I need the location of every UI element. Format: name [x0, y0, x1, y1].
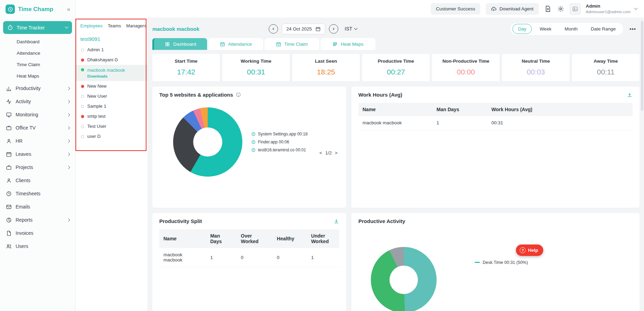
user-menu-chevron-icon[interactable]: [634, 7, 638, 10]
user-name: Admin: [586, 3, 630, 9]
employee-row[interactable]: Dhakshayani G: [75, 55, 147, 65]
sidebar-subitem-heat-maps[interactable]: Heat Maps: [0, 70, 75, 82]
app-root: Time Champ « Time Tracker Dashboard Atte…: [0, 0, 644, 311]
range-month[interactable]: Month: [559, 24, 583, 34]
range-day[interactable]: Day: [512, 24, 532, 34]
download-icon[interactable]: [333, 218, 339, 224]
tab-time-claim[interactable]: Time Claim: [265, 38, 319, 50]
tab-teams[interactable]: Teams: [108, 23, 121, 28]
column-header[interactable]: Healthy: [273, 229, 307, 248]
app-title: Time Champ: [18, 6, 63, 13]
avatar[interactable]: [570, 4, 580, 14]
employee-row-selected[interactable]: macbook macbook Downloads: [75, 65, 147, 81]
settings-gear-icon[interactable]: [557, 5, 564, 12]
sidebar-collapse-button[interactable]: «: [66, 6, 72, 13]
pulse-icon: [6, 99, 12, 105]
scrollbar-thumb[interactable]: [641, 21, 643, 111]
tv-icon: [6, 125, 12, 131]
chevron-right-icon: [67, 218, 70, 222]
chevron-right-icon: [67, 113, 70, 116]
sidebar-subitem-dashboard[interactable]: Dashboard: [0, 36, 75, 47]
sidebar-item-leaves[interactable]: Leaves: [0, 148, 75, 161]
sidebar-subitem-time-claim[interactable]: Time Claim: [0, 59, 75, 70]
user-email: Adminuser1@admin.com: [586, 9, 630, 14]
legend-item: Finder.app 00:06: [251, 140, 307, 144]
sidebar-item-monitoring[interactable]: Monitoring: [0, 108, 75, 121]
employee-row[interactable]: Test User: [75, 121, 147, 131]
sidebar-item-clients[interactable]: Clients: [0, 174, 75, 187]
more-options-button[interactable]: •••: [629, 26, 636, 32]
chevron-down-icon: [354, 26, 358, 30]
tab-dashboard[interactable]: Dashboard: [152, 38, 207, 50]
download-agent-button[interactable]: Download Agent: [486, 3, 538, 15]
pager-label: 1/2: [325, 150, 332, 156]
range-week[interactable]: Week: [534, 24, 557, 34]
legend-dash-icon: [475, 262, 480, 263]
status-dot: [81, 59, 84, 62]
pager-next-button[interactable]: >: [335, 150, 338, 156]
customer-success-button[interactable]: Customer Success: [431, 3, 480, 15]
column-header[interactable]: Under Worked: [307, 229, 339, 248]
prev-date-button[interactable]: [269, 24, 278, 34]
employee-row[interactable]: New New: [75, 81, 147, 91]
date-picker[interactable]: 24 Oct 2025: [282, 24, 325, 34]
clock-icon: [6, 191, 12, 197]
productive-activity-card: Productive Activity Desk Time 00:31 (50%…: [351, 213, 639, 311]
column-header[interactable]: Man Days: [206, 229, 236, 248]
sidebar-item-office-tv[interactable]: Office TV: [0, 121, 75, 134]
document-icon[interactable]: [544, 5, 552, 12]
cell-work-hours: 00:31: [487, 116, 633, 130]
cell-man-days: 1: [206, 248, 236, 267]
employee-group-name[interactable]: test9091: [75, 32, 147, 45]
bar-chart-icon: [6, 86, 12, 91]
stat-start-time: Start Time 17:42: [152, 54, 220, 81]
cell-over-worked: 0: [237, 248, 273, 267]
sidebar-subitem-attendance[interactable]: Attendance: [0, 47, 75, 59]
sidebar-item-projects[interactable]: Projects: [0, 161, 75, 174]
sidebar-item-timesheets[interactable]: Timesheets: [0, 187, 75, 200]
sidebar-item-time-tracker[interactable]: Time Tracker: [3, 21, 72, 34]
sidebar-item-activity[interactable]: Activity: [0, 95, 75, 108]
sidebar-item-emails[interactable]: Emails: [0, 200, 75, 213]
tab-employees[interactable]: Employees: [80, 23, 102, 28]
app-logo-icon: [6, 5, 15, 14]
envelope-icon: [6, 204, 12, 210]
employee-row[interactable]: smtp test: [75, 111, 147, 121]
table-row[interactable]: macbook macbook 1 00:31: [358, 116, 633, 130]
sidebar-item-invoices[interactable]: Invoices: [0, 226, 75, 240]
sidebar-item-productivity[interactable]: Productivity: [0, 82, 75, 95]
employee-row[interactable]: Admin 1: [75, 45, 147, 55]
stat-neutral-time: Neutral Time 00:03: [502, 54, 570, 81]
help-label: Help: [528, 248, 538, 253]
legend-item: test816.teramind.co 00:01: [251, 148, 307, 152]
tab-managers[interactable]: Managers: [126, 23, 146, 28]
range-date-range[interactable]: Date Range: [585, 24, 621, 34]
productivity-split-card: Productivity Split Name Man Days Over Wo…: [152, 213, 346, 311]
page-title: macbook macbook: [152, 26, 269, 32]
employee-row[interactable]: New User: [75, 91, 147, 101]
briefcase-icon: [6, 165, 12, 170]
column-header[interactable]: Name: [159, 229, 206, 248]
tab-heat-maps[interactable]: Heat Maps: [321, 38, 375, 50]
sidebar-item-users[interactable]: Users: [0, 240, 75, 253]
employee-row[interactable]: Sample 1: [75, 101, 147, 111]
help-button[interactable]: ? Help: [516, 245, 543, 256]
column-header[interactable]: Name: [358, 103, 432, 116]
content-row: Employees Teams Managers test9091 Admin …: [75, 18, 644, 311]
user-menu[interactable]: Admin Adminuser1@admin.com: [586, 3, 630, 14]
download-icon[interactable]: [627, 92, 633, 98]
column-header[interactable]: Man Days: [432, 103, 487, 116]
status-dot: [81, 48, 84, 52]
sidebar-item-reports[interactable]: Reports: [0, 213, 75, 226]
tab-attendance[interactable]: Attendance: [208, 38, 263, 50]
info-icon[interactable]: [236, 92, 241, 97]
next-date-button[interactable]: [329, 24, 338, 34]
chevron-right-icon: [67, 139, 70, 143]
sidebar-item-hr[interactable]: HR: [0, 134, 75, 148]
table-row[interactable]: macbook macbook 1 0 0 1: [159, 248, 339, 267]
employee-row[interactable]: user D: [75, 131, 147, 141]
timezone-select[interactable]: IST: [345, 26, 357, 32]
column-header[interactable]: Over Worked: [237, 229, 273, 248]
column-header[interactable]: Work Hours (Avg): [487, 103, 633, 116]
pager-prev-button[interactable]: <: [319, 150, 322, 156]
